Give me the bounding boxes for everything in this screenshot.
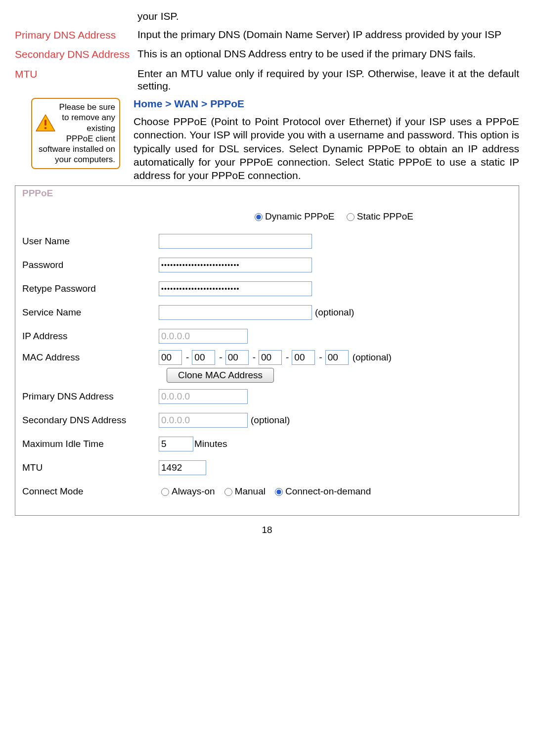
service-optional-hint: (optional)	[315, 307, 354, 318]
isp-trail-text: your ISP.	[137, 10, 519, 22]
mac-sep: -	[216, 352, 224, 363]
mac-sep: -	[283, 352, 291, 363]
max-idle-label: Maximum Idle Time	[22, 439, 159, 449]
dynamic-pppoe-label: Dynamic PPPoE	[265, 211, 334, 222]
pppoe-intro: Choose PPPoE (Point to Point Protocol ov…	[134, 115, 519, 182]
pppoe-panel: PPPoE Dynamic PPPoE Static PPPoE User Na…	[15, 185, 519, 516]
username-label: User Name	[22, 236, 159, 247]
mac-sep: -	[250, 352, 258, 363]
username-input[interactable]	[159, 234, 312, 249]
dynamic-pppoe-radio[interactable]	[255, 213, 263, 221]
mac-input-1[interactable]	[159, 350, 182, 365]
mtu-input[interactable]	[159, 460, 206, 475]
ip-address-input[interactable]	[159, 329, 248, 344]
max-idle-unit: Minutes	[194, 439, 227, 449]
secondary-dns-optional-hint: (optional)	[251, 415, 290, 426]
primary-dns-desc: Input the primary DNS (Domain Name Serve…	[137, 28, 519, 42]
ip-address-label: IP Address	[22, 331, 159, 342]
manual-label: Manual	[235, 486, 266, 497]
service-name-input[interactable]	[159, 305, 312, 320]
breadcrumb: Home > WAN > PPPoE	[134, 98, 519, 110]
panel-title: PPPoE	[22, 188, 514, 199]
mac-sep: -	[316, 352, 324, 363]
retype-password-input[interactable]	[159, 281, 312, 296]
primary-dns-label: Primary DNS Address	[15, 28, 137, 42]
mtu-field-label: MTU	[22, 462, 159, 473]
manual-radio[interactable]	[224, 488, 232, 496]
always-on-radio[interactable]	[161, 488, 169, 496]
mtu-label: MTU	[15, 67, 137, 92]
mac-input-6[interactable]	[325, 350, 349, 365]
svg-point-2	[44, 127, 47, 130]
svg-rect-1	[44, 120, 46, 126]
clone-mac-button[interactable]: Clone MAC Address	[167, 368, 274, 383]
static-pppoe-radio[interactable]	[347, 213, 355, 221]
connect-on-demand-label: Connect-on-demand	[285, 486, 371, 497]
max-idle-input[interactable]	[159, 437, 193, 451]
connect-on-demand-radio[interactable]	[275, 488, 283, 496]
password-input[interactable]	[159, 258, 312, 272]
mac-input-4[interactable]	[259, 350, 282, 365]
mac-address-label: MAC Address	[22, 350, 159, 363]
secondary-dns-input[interactable]	[159, 413, 248, 428]
always-on-label: Always-on	[172, 486, 215, 497]
primary-dns-field-label: Primary DNS Address	[22, 391, 159, 402]
mac-sep: -	[183, 352, 191, 363]
connect-mode-label: Connect Mode	[22, 486, 159, 497]
service-name-label: Service Name	[22, 307, 159, 318]
retype-password-label: Retype Password	[22, 283, 159, 294]
mac-input-5[interactable]	[292, 350, 315, 365]
secondary-dns-label: Secondary DNS Address	[15, 47, 137, 61]
password-label: Password	[22, 260, 159, 270]
warning-box: Please be sure to remove any existing PP…	[31, 98, 120, 169]
mac-input-2[interactable]	[192, 350, 215, 365]
mac-input-3[interactable]	[225, 350, 249, 365]
primary-dns-input[interactable]	[159, 389, 248, 404]
static-pppoe-label: Static PPPoE	[357, 211, 413, 222]
mtu-desc: Enter an MTU value only if required by y…	[137, 67, 519, 92]
mac-optional-hint: (optional)	[353, 352, 392, 363]
page-number: 18	[15, 525, 519, 535]
warning-text: Please be sure to remove any existing PP…	[39, 102, 115, 164]
secondary-dns-desc: This is an optional DNS Address entry to…	[137, 47, 519, 61]
warning-icon	[35, 114, 56, 133]
secondary-dns-field-label: Secondary DNS Address	[22, 415, 159, 426]
